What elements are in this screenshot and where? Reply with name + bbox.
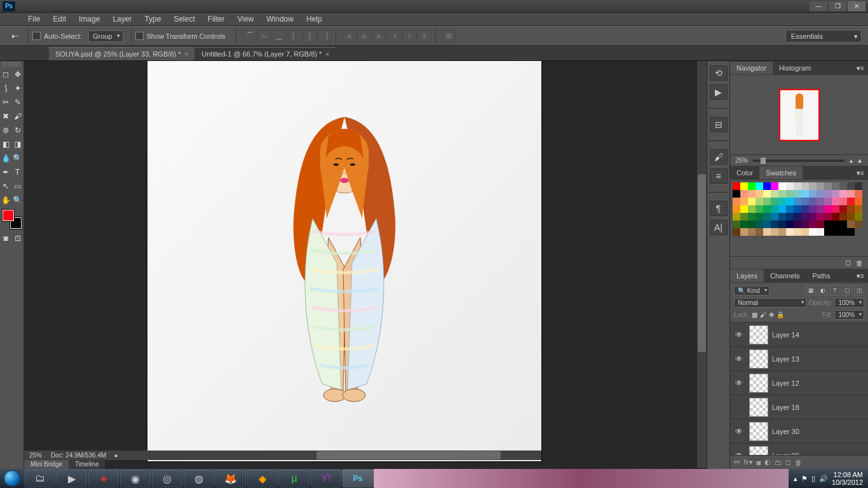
swatch[interactable] <box>771 190 778 198</box>
swatch[interactable] <box>801 205 809 213</box>
vertical-scrollbar[interactable] <box>697 61 707 468</box>
swatch[interactable] <box>809 190 817 198</box>
swatch[interactable] <box>817 228 824 236</box>
app-taskbar-icon[interactable]: ◎ <box>152 470 182 487</box>
delete-swatch-icon[interactable]: 🗑 <box>856 259 863 267</box>
swatch[interactable] <box>778 213 786 220</box>
swatch[interactable] <box>771 198 778 205</box>
swatch[interactable] <box>733 220 740 228</box>
swatch[interactable] <box>733 182 740 190</box>
lock-all-icon[interactable]: 🔒 <box>776 311 784 318</box>
swatch[interactable] <box>817 190 824 198</box>
swatch[interactable] <box>839 198 847 205</box>
swatch[interactable] <box>756 228 763 236</box>
swatch[interactable] <box>855 198 862 205</box>
menu-window[interactable]: Window <box>260 13 300 25</box>
history-panel-icon[interactable]: ⟲ <box>710 65 728 81</box>
swatch[interactable] <box>778 220 786 228</box>
swatch[interactable] <box>756 190 763 198</box>
swatch[interactable] <box>855 220 862 228</box>
dist-top-icon[interactable]: ≡ <box>342 30 356 43</box>
adjustment-layer-icon[interactable]: ◐ <box>764 458 771 466</box>
swatch[interactable] <box>756 220 763 228</box>
navigator-menu-icon[interactable]: ▾≡ <box>853 64 868 72</box>
layer-group-icon[interactable]: 🗀 <box>775 459 782 466</box>
document-tab[interactable]: SOUYA.psd @ 25% (Layer 33, RGB/8) *× <box>49 47 194 60</box>
visibility-toggle[interactable]: 👁 <box>733 330 745 339</box>
swatch[interactable] <box>801 190 809 198</box>
visibility-toggle[interactable]: 👁 <box>733 379 745 388</box>
align-vcenter-icon[interactable]: ═ <box>257 30 271 43</box>
menu-view[interactable]: View <box>231 13 260 25</box>
swatch[interactable] <box>756 182 763 190</box>
swatch[interactable] <box>763 198 771 205</box>
fill-input[interactable]: 100% <box>834 310 864 320</box>
layer-thumbnail[interactable] <box>749 398 768 417</box>
swatch[interactable] <box>740 205 748 213</box>
swatch[interactable] <box>824 182 832 190</box>
swatch[interactable] <box>786 205 794 213</box>
layer-filter-kind[interactable]: 🔍 Kind <box>734 286 770 295</box>
brush-tool[interactable]: 🖌 <box>13 110 23 123</box>
layer-thumbnail[interactable] <box>749 422 768 441</box>
app2-taskbar-icon[interactable]: ◍ <box>184 470 214 487</box>
swatch[interactable] <box>801 198 809 205</box>
swatch[interactable] <box>824 228 832 236</box>
tray-flag-icon[interactable]: ⚑ <box>801 475 808 483</box>
delete-layer-icon[interactable]: 🗑 <box>795 459 802 466</box>
swatch[interactable] <box>794 220 801 228</box>
canvas-area[interactable]: 25% Doc: 24.9M/536.4M ▸ Mini Bridge Time… <box>24 61 707 469</box>
swatch[interactable] <box>733 205 740 213</box>
swatch[interactable] <box>763 228 771 236</box>
close-button[interactable]: ✕ <box>848 1 865 11</box>
swatch[interactable] <box>824 198 832 205</box>
align-left-icon[interactable]: ▏ <box>288 30 302 43</box>
blend-mode-select[interactable]: Normal <box>734 298 806 308</box>
swatch[interactable] <box>801 213 809 220</box>
navigator-tab[interactable]: Navigator <box>730 62 773 74</box>
screenmode-tool[interactable]: ⊡ <box>13 232 23 245</box>
swatch[interactable] <box>763 213 771 220</box>
swatch[interactable] <box>786 198 794 205</box>
yahoo-taskbar-icon[interactable]: Y! <box>311 470 341 487</box>
filter-shape-icon[interactable]: ▢ <box>842 285 852 295</box>
layer-thumbnail[interactable] <box>749 325 768 344</box>
layers-tab[interactable]: Layers <box>730 269 764 282</box>
quickmask-tool[interactable]: ◙ <box>1 232 11 245</box>
swatch[interactable] <box>748 198 756 205</box>
fg-color[interactable] <box>3 210 14 221</box>
blur-tool[interactable]: 💧 <box>1 152 11 165</box>
swatch[interactable] <box>794 205 801 213</box>
star-taskbar-icon[interactable]: ★ <box>88 470 119 487</box>
chrome-taskbar-icon[interactable]: ◉ <box>120 470 151 487</box>
visibility-toggle[interactable]: 👁 <box>733 355 745 363</box>
opacity-input[interactable]: 100% <box>834 298 864 308</box>
marquee-tool[interactable]: ◻ <box>1 68 11 81</box>
swatch[interactable] <box>756 205 763 213</box>
swatch[interactable] <box>801 228 809 236</box>
new-swatch-icon[interactable]: ◻ <box>845 259 851 267</box>
layer-fx-icon[interactable]: fx▾ <box>743 458 753 466</box>
dodge-tool[interactable]: 🔍 <box>13 152 23 165</box>
align-bottom-icon[interactable]: ▁ <box>272 30 286 43</box>
swatch[interactable] <box>740 182 748 190</box>
layer-row[interactable]: 👁Layer 14 <box>730 323 868 347</box>
canvas[interactable] <box>147 61 541 461</box>
swatch[interactable] <box>832 190 839 198</box>
swatch[interactable] <box>832 205 839 213</box>
heal-tool[interactable]: ✖ <box>1 110 11 123</box>
swatches-menu-icon[interactable]: ▾≡ <box>853 169 868 177</box>
app3-taskbar-icon[interactable]: ◆ <box>247 470 278 487</box>
layer-name[interactable]: Layer 30 <box>772 428 799 435</box>
align-right-icon[interactable]: ▕ <box>318 30 332 43</box>
layer-mask-icon[interactable]: ◙ <box>757 459 761 466</box>
swatch[interactable] <box>817 205 824 213</box>
dist-vcenter-icon[interactable]: ≡ <box>357 30 371 43</box>
swatch[interactable] <box>817 213 824 220</box>
swatch[interactable] <box>771 220 778 228</box>
swatch[interactable] <box>809 182 817 190</box>
layer-name[interactable]: Layer 13 <box>772 355 799 363</box>
swatch[interactable] <box>832 220 839 228</box>
swatch[interactable] <box>786 228 794 236</box>
tray-network-icon[interactable]: ▯ <box>811 475 815 483</box>
